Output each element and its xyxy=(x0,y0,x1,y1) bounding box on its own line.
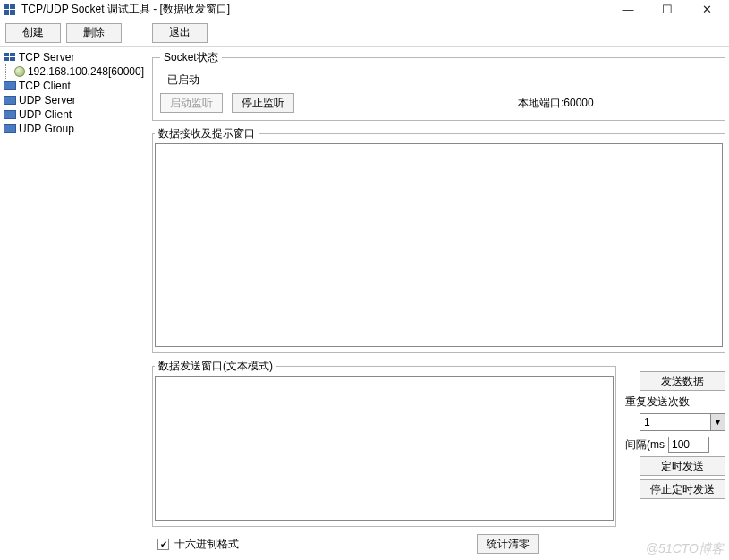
tree-label: UDP Server xyxy=(19,93,76,107)
client-icon xyxy=(4,124,16,133)
delete-button[interactable]: 删除 xyxy=(66,23,122,43)
tree-label: TCP Client xyxy=(19,79,71,93)
tree-item-udp-group[interactable]: UDP Group xyxy=(2,122,146,136)
repeat-count-select[interactable]: 1 ▼ xyxy=(640,413,725,431)
tree-item-udp-server[interactable]: UDP Server xyxy=(2,93,146,107)
receive-group: 数据接收及提示窗口 xyxy=(152,126,725,353)
stop-listen-button[interactable]: 停止监听 xyxy=(232,93,294,113)
tree-item-connection[interactable]: 192.168.100.248[60000] xyxy=(2,64,146,79)
send-side-panel: 发送数据 重复发送次数 1 ▼ 间隔(ms 定时发送 停止定时发送 xyxy=(622,359,725,532)
create-button[interactable]: 创建 xyxy=(5,23,61,43)
local-port-label: 本地端口:60000 xyxy=(518,96,594,111)
client-icon xyxy=(4,110,16,119)
close-button[interactable]: ✕ xyxy=(695,2,718,18)
send-legend: 数据发送窗口(文本模式) xyxy=(155,359,276,374)
socket-state-text: 已启动 xyxy=(160,72,717,88)
timed-send-button[interactable]: 定时发送 xyxy=(640,456,725,476)
main-area: TCP Server 192.168.100.248[60000] TCP Cl… xyxy=(0,47,729,559)
connection-tree: TCP Server 192.168.100.248[60000] TCP Cl… xyxy=(0,47,148,559)
repeat-count-value: 1 xyxy=(640,414,710,430)
server-icon xyxy=(4,53,16,62)
tree-item-udp-client[interactable]: UDP Client xyxy=(2,107,146,122)
client-icon xyxy=(4,96,16,105)
window-controls: — ☐ ✕ xyxy=(616,2,725,18)
socket-status-group: Socket状态 已启动 启动监听 停止监听 本地端口:60000 xyxy=(152,50,725,121)
bottom-bar: ✔ 十六进制格式 统计清零 xyxy=(152,532,725,554)
interval-input[interactable] xyxy=(668,437,709,453)
toolbar: 创建 删除 退出 xyxy=(0,20,729,47)
repeat-count-label: 重复发送次数 xyxy=(622,395,725,410)
hex-format-label: 十六进制格式 xyxy=(174,537,239,552)
content-pane: Socket状态 已启动 启动监听 停止监听 本地端口:60000 数据接收及提… xyxy=(148,47,729,559)
title-bar: TCP/UDP Socket 调试工具 - [数据收发窗口] — ☐ ✕ xyxy=(0,0,729,20)
send-textarea[interactable] xyxy=(155,376,614,521)
tree-label: UDP Client xyxy=(19,107,72,122)
start-listen-button[interactable]: 启动监听 xyxy=(160,93,223,113)
interval-label: 间隔(ms xyxy=(625,437,665,453)
maximize-button[interactable]: ☐ xyxy=(656,2,679,18)
window-title: TCP/UDP Socket 调试工具 - [数据收发窗口] xyxy=(21,2,616,17)
tree-label: 192.168.100.248[60000] xyxy=(28,64,144,79)
client-icon xyxy=(4,81,16,90)
chevron-down-icon: ▼ xyxy=(710,414,725,430)
hex-format-checkbox[interactable]: ✔ xyxy=(157,539,169,550)
stop-timed-send-button[interactable]: 停止定时发送 xyxy=(640,479,725,499)
watermark-text: @51CTO博客 xyxy=(646,541,724,557)
exit-button[interactable]: 退出 xyxy=(152,23,208,43)
connection-icon xyxy=(14,66,25,77)
tree-item-tcp-client[interactable]: TCP Client xyxy=(2,79,146,93)
tree-label: UDP Group xyxy=(19,122,74,136)
tree-item-tcp-server[interactable]: TCP Server xyxy=(2,50,146,64)
stat-clear-button[interactable]: 统计清零 xyxy=(477,534,539,554)
app-icon xyxy=(4,4,16,16)
send-button[interactable]: 发送数据 xyxy=(640,371,725,391)
minimize-button[interactable]: — xyxy=(616,2,640,18)
send-group: 数据发送窗口(文本模式) xyxy=(152,359,616,527)
socket-status-legend: Socket状态 xyxy=(160,50,222,65)
receive-textarea[interactable] xyxy=(155,143,723,347)
tree-label: TCP Server xyxy=(19,50,74,64)
receive-legend: 数据接收及提示窗口 xyxy=(155,126,259,141)
